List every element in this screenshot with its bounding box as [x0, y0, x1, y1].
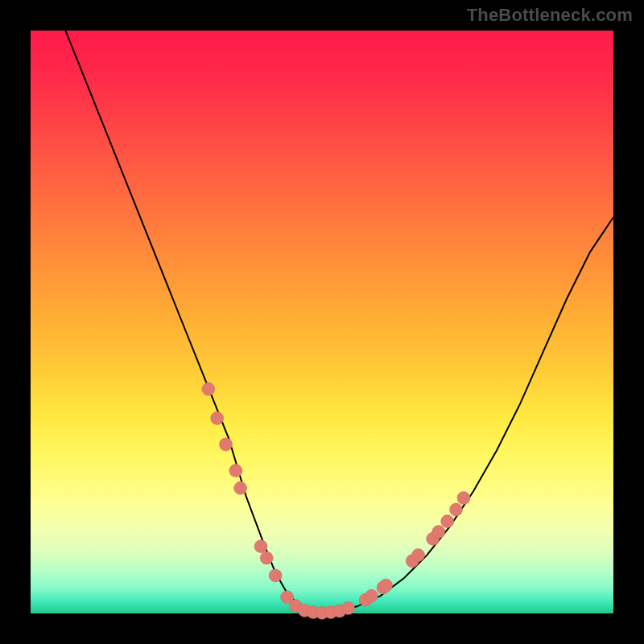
data-dot	[450, 503, 463, 516]
data-dot	[220, 438, 233, 451]
chart-svg	[31, 31, 613, 613]
plot-area	[31, 31, 613, 613]
data-dot	[457, 492, 470, 505]
data-dot	[432, 526, 445, 539]
data-dot	[269, 569, 282, 582]
data-dot	[342, 602, 355, 615]
watermark-text: TheBottleneck.com	[467, 5, 633, 26]
bottleneck-curve	[65, 31, 613, 613]
data-dot	[365, 589, 378, 602]
data-dot	[441, 515, 454, 528]
data-dots	[202, 382, 470, 619]
data-dot	[260, 551, 273, 564]
data-dot	[202, 382, 215, 395]
chart-frame: TheBottleneck.com	[0, 0, 644, 644]
data-dot	[254, 540, 267, 553]
data-dot	[229, 464, 242, 477]
data-dot	[211, 412, 224, 425]
data-dot	[412, 549, 425, 562]
data-dot	[234, 481, 247, 494]
data-dot	[380, 579, 393, 592]
